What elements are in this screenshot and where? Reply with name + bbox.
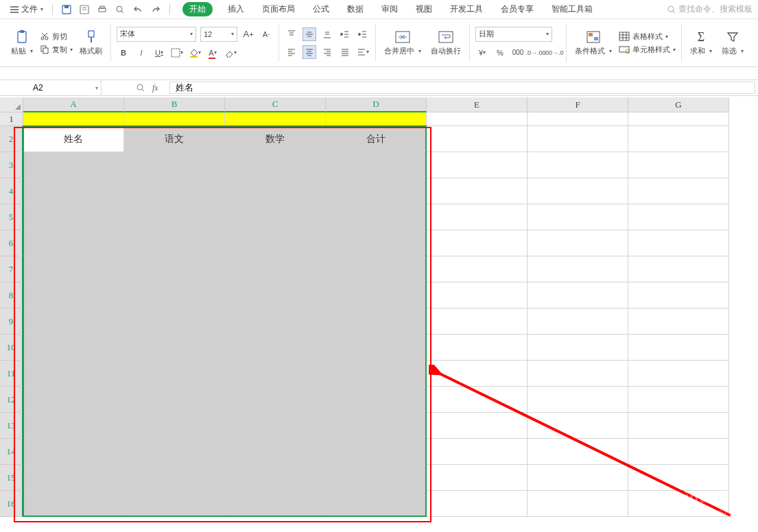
- command-search[interactable]: 查找命令、搜索模板: [667, 3, 753, 15]
- cell[interactable]: [124, 230, 225, 256]
- row-header[interactable]: 7: [0, 256, 23, 282]
- cell[interactable]: [326, 465, 427, 491]
- cell[interactable]: [528, 152, 628, 178]
- format-painter-button[interactable]: 格式刷: [77, 28, 105, 58]
- font-color-button[interactable]: A▾: [206, 46, 220, 60]
- cell[interactable]: [326, 335, 427, 361]
- cell[interactable]: [124, 491, 225, 517]
- underline-button[interactable]: U▾: [152, 46, 166, 60]
- redo-icon[interactable]: [150, 4, 161, 15]
- cell[interactable]: [326, 178, 427, 204]
- cell[interactable]: [326, 361, 427, 387]
- row-header[interactable]: 1: [0, 112, 23, 126]
- align-left-button[interactable]: [285, 45, 298, 59]
- cell[interactable]: [23, 112, 124, 126]
- cell[interactable]: [528, 282, 628, 309]
- cell[interactable]: [326, 439, 427, 465]
- cell[interactable]: [628, 439, 729, 465]
- align-bottom-button[interactable]: [320, 27, 334, 41]
- tab-smart-toolbox[interactable]: 智能工具箱: [549, 2, 595, 16]
- align-right-button[interactable]: [320, 45, 334, 59]
- cell[interactable]: [528, 204, 628, 230]
- row-header[interactable]: 6: [0, 230, 23, 256]
- cell[interactable]: [427, 387, 528, 413]
- paste-button[interactable]: 粘贴▾: [8, 28, 36, 58]
- cell[interactable]: [326, 230, 427, 256]
- save-icon[interactable]: [61, 4, 72, 15]
- font-name-combo[interactable]: 宋体▾: [117, 27, 196, 42]
- increase-decimal-button[interactable]: .0→.00: [529, 46, 543, 60]
- cell[interactable]: [225, 230, 326, 256]
- tab-page-layout[interactable]: 页面布局: [259, 2, 298, 16]
- cell[interactable]: [427, 439, 528, 465]
- cell[interactable]: [628, 335, 729, 361]
- cell[interactable]: [23, 491, 124, 517]
- cell[interactable]: [23, 335, 124, 361]
- formula-input[interactable]: 姓名: [169, 82, 755, 94]
- zoom-icon[interactable]: [136, 83, 145, 93]
- cell[interactable]: [528, 230, 628, 256]
- cut-button[interactable]: 剪切: [40, 32, 73, 42]
- cell[interactable]: [427, 178, 528, 204]
- cell[interactable]: [628, 309, 729, 335]
- auto-wrap-button[interactable]: 自动换行: [428, 28, 464, 58]
- cell[interactable]: [628, 413, 729, 439]
- cell[interactable]: [326, 491, 427, 517]
- cell[interactable]: [225, 413, 326, 439]
- cell[interactable]: [225, 491, 326, 517]
- cell[interactable]: [528, 387, 628, 413]
- cell[interactable]: 数学: [225, 126, 326, 152]
- cell[interactable]: [225, 361, 326, 387]
- cell[interactable]: [528, 309, 628, 335]
- tab-member[interactable]: 会员专享: [498, 2, 536, 16]
- tab-review[interactable]: 审阅: [379, 2, 401, 16]
- cell[interactable]: [225, 335, 326, 361]
- cell[interactable]: [528, 413, 628, 439]
- sum-button[interactable]: Σ 求和▾: [687, 28, 715, 58]
- cell[interactable]: [23, 282, 124, 309]
- cell[interactable]: [225, 256, 326, 282]
- row-header[interactable]: 5: [0, 204, 23, 230]
- cell[interactable]: [124, 178, 225, 204]
- cell[interactable]: [427, 256, 528, 282]
- cell[interactable]: [427, 309, 528, 335]
- select-all-button[interactable]: [0, 97, 23, 112]
- cell[interactable]: [326, 309, 427, 335]
- cell[interactable]: [23, 230, 124, 256]
- cell[interactable]: [427, 413, 528, 439]
- currency-button[interactable]: ¥▾: [475, 46, 489, 60]
- cell[interactable]: [124, 309, 225, 335]
- cell[interactable]: [23, 204, 124, 230]
- justify-button[interactable]: [338, 45, 352, 59]
- decrease-indent-button[interactable]: [338, 27, 352, 41]
- cell[interactable]: [528, 439, 628, 465]
- increase-font-button[interactable]: A+: [241, 27, 255, 41]
- cell[interactable]: [427, 126, 528, 152]
- cell[interactable]: [23, 152, 124, 178]
- cell[interactable]: [628, 361, 729, 387]
- col-header-e[interactable]: E: [427, 97, 528, 112]
- bold-button[interactable]: B: [117, 46, 130, 60]
- file-menu[interactable]: 文件 ▾: [5, 2, 48, 17]
- merge-center-button[interactable]: 合并居中▾: [381, 28, 424, 58]
- cell[interactable]: [628, 112, 729, 126]
- cell[interactable]: [225, 178, 326, 204]
- col-header-f[interactable]: F: [528, 97, 628, 112]
- tab-data[interactable]: 数据: [344, 2, 366, 16]
- cell[interactable]: [528, 126, 628, 152]
- cell[interactable]: 语文: [124, 126, 225, 152]
- cell[interactable]: [628, 387, 729, 413]
- cell[interactable]: [225, 309, 326, 335]
- cell[interactable]: [628, 178, 729, 204]
- orientation-button[interactable]: ▾: [356, 45, 370, 59]
- cell[interactable]: [124, 361, 225, 387]
- cell[interactable]: [427, 361, 528, 387]
- cell[interactable]: [528, 465, 628, 491]
- cell[interactable]: [23, 413, 124, 439]
- cell[interactable]: [528, 112, 628, 126]
- increase-indent-button[interactable]: [356, 27, 370, 41]
- save-as-icon[interactable]: [79, 4, 90, 15]
- row-header[interactable]: 11: [0, 361, 23, 387]
- clear-format-button[interactable]: ▾: [224, 46, 237, 60]
- cell[interactable]: [528, 335, 628, 361]
